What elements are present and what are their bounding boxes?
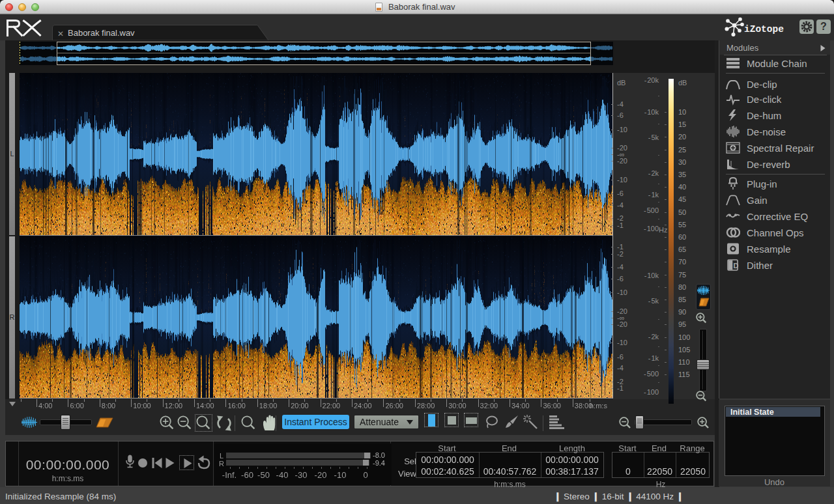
svg-text:D: D [734, 262, 739, 270]
svg-text:iZotope: iZotope [744, 24, 784, 35]
